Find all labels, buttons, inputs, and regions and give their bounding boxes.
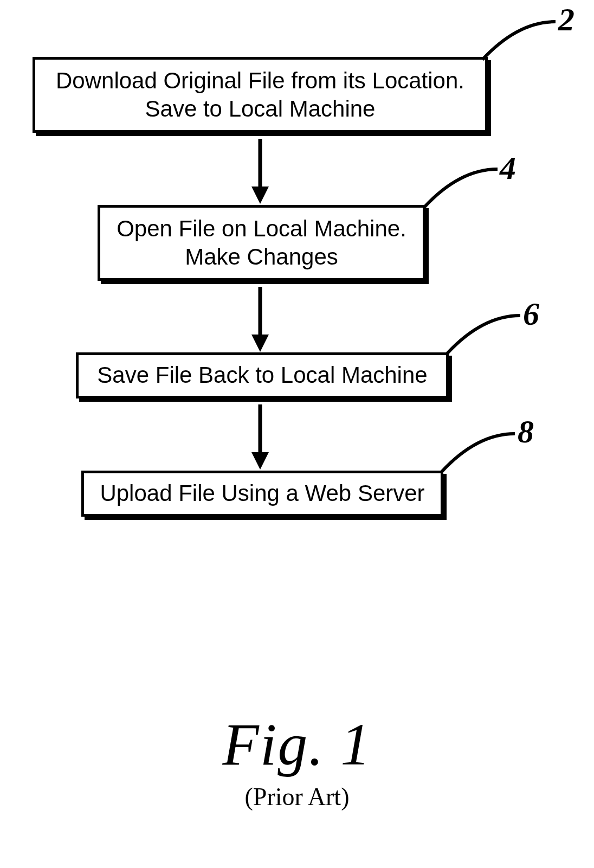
flow-step-3: Save File Back to Local Machine xyxy=(76,352,449,398)
ref-label-8: 8 xyxy=(518,413,534,451)
step-1-line-2: Save to Local Machine xyxy=(145,95,376,124)
arrow-1-2 xyxy=(249,139,271,204)
svg-marker-1 xyxy=(251,187,269,204)
ref-label-6: 6 xyxy=(523,295,539,333)
step-4-line-1: Upload File Using a Web Server xyxy=(100,479,424,508)
step-2-line-2: Make Changes xyxy=(185,243,338,272)
step-2-line-1: Open File on Local Machine. xyxy=(117,215,406,243)
flow-step-2: Open File on Local Machine. Make Changes xyxy=(98,205,425,281)
figure-title: Fig. 1 xyxy=(0,710,594,779)
figure-caption: Fig. 1 (Prior Art) xyxy=(0,710,594,811)
flow-step-1: Download Original File from its Location… xyxy=(33,57,488,133)
flow-step-4: Upload File Using a Web Server xyxy=(81,471,443,517)
figure-subtitle: (Prior Art) xyxy=(0,782,594,811)
arrow-2-3 xyxy=(249,287,271,352)
arrow-3-4 xyxy=(249,404,271,470)
step-1-line-1: Download Original File from its Location… xyxy=(56,67,464,95)
ref-label-2: 2 xyxy=(558,1,574,38)
step-3-line-1: Save File Back to Local Machine xyxy=(97,361,427,390)
svg-marker-5 xyxy=(251,452,269,470)
ref-label-4: 4 xyxy=(500,150,516,187)
svg-marker-3 xyxy=(251,335,269,352)
flowchart-canvas: Download Original File from its Location… xyxy=(0,0,594,868)
